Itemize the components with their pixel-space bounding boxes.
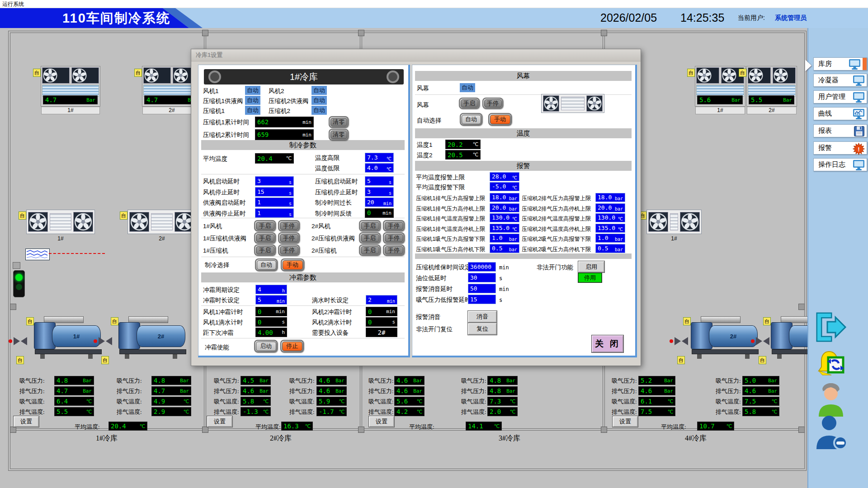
manual-stop-button[interactable]: 手停: [383, 232, 405, 244]
alarm-limit-input[interactable]: 130.0℃: [490, 213, 519, 222]
alarm-limit-input[interactable]: 18.0bar: [595, 193, 625, 202]
sidebar-item-1[interactable]: 库房: [813, 57, 867, 70]
dialog-title-bar[interactable]: 冷库1设置: [191, 49, 641, 61]
delay-input[interactable]: 5s: [365, 176, 394, 186]
evaporator-unit: [127, 210, 196, 234]
room-temp-display: 20.5℃: [445, 150, 481, 160]
manual-stop-button[interactable]: 手停: [278, 232, 300, 244]
delay-input[interactable]: 1s: [255, 208, 294, 218]
manual-start-button[interactable]: 手启: [359, 220, 381, 231]
reset-runtime-button[interactable]: 清零: [329, 116, 349, 128]
delay-input[interactable]: 1s: [255, 197, 294, 207]
cooling-manual-button[interactable]: 手动: [281, 258, 304, 271]
door-enable-button[interactable]: 启用: [578, 261, 604, 272]
window-menu-bar[interactable]: 运行系统: [0, 0, 868, 8]
delay-input[interactable]: 15s: [255, 187, 294, 197]
defrost-set-input[interactable]: 2min: [366, 295, 397, 305]
runtime-label: 压缩机1累计时间: [203, 118, 249, 127]
exit-icon[interactable]: [815, 312, 848, 345]
alarm-limit-input[interactable]: 18.0bar: [490, 193, 519, 202]
fan-icon: [696, 67, 719, 84]
alarm-limit-label: 压缩机1吸气压力高停机下限: [416, 246, 485, 253]
curtain-auto-button[interactable]: 自动: [460, 113, 482, 126]
curtain-manual-button[interactable]: 手动: [488, 113, 512, 126]
manual-stop-button[interactable]: 手停: [383, 220, 405, 231]
room-4-settings-button[interactable]: 设置: [613, 416, 638, 427]
alarm-limit-input[interactable]: 0.5bar: [490, 244, 519, 253]
room-4-gauge-display: 5.8℃: [742, 407, 779, 416]
auto-status-badge: 自动: [311, 86, 327, 95]
manual-stop-button[interactable]: 手停: [278, 244, 300, 256]
fan-icon: [586, 95, 603, 112]
room-3-settings-button[interactable]: 设置: [369, 416, 394, 427]
alarm-limit-label: 压缩机1排气压力高停机上限: [416, 205, 485, 213]
door-reset-button[interactable]: 复位: [468, 323, 497, 335]
pipe-node: [202, 427, 208, 433]
defrost-set-input[interactable]: 5min: [255, 295, 287, 305]
temp-limit-input[interactable]: 7.3℃: [365, 153, 394, 162]
sidebar-item-label: 报警: [818, 144, 832, 152]
room-2-gauge-display: 4.5Bar: [241, 376, 271, 385]
report-disk-icon: [854, 126, 865, 138]
alarm-limit-input[interactable]: 20.0bar: [490, 203, 519, 212]
alarm-limit-input[interactable]: 135.0℃: [595, 224, 625, 233]
manual-stop-button[interactable]: 手停: [278, 220, 300, 231]
sidebar-item-5[interactable]: 报表: [813, 124, 867, 137]
compressor-runtime-display: 659min: [255, 129, 314, 140]
alarm-limit-input[interactable]: -5.0℃: [490, 182, 519, 191]
manual-start-button[interactable]: 手启: [359, 232, 381, 244]
room-3-gauge-display: 4.6Bar: [394, 386, 425, 395]
temp-limit-input[interactable]: 4.0℃: [365, 163, 394, 173]
alarm-limit-input[interactable]: 0.5bar: [595, 244, 625, 253]
maintenance-input[interactable]: 15: [468, 295, 496, 304]
sidebar-item-2[interactable]: 冷凝器: [813, 74, 867, 87]
delay-input[interactable]: 3s: [365, 187, 394, 197]
window-menu-title[interactable]: 运行系统: [2, 1, 24, 7]
manual-start-button[interactable]: 手启: [359, 244, 381, 256]
gauge-label: 吸气压力:: [461, 377, 486, 385]
alarm-limit-input[interactable]: 1.0bar: [595, 234, 625, 243]
curtain-start-button[interactable]: 手启: [459, 98, 480, 109]
manual-stop-button[interactable]: 手停: [383, 244, 405, 256]
curtain-stop-button[interactable]: 手停: [482, 98, 503, 109]
manual-start-button[interactable]: 手启: [254, 244, 276, 256]
pipe-node: [358, 30, 364, 36]
maintenance-input[interactable]: 30: [468, 273, 496, 282]
door-disable-button[interactable]: 停用: [578, 273, 602, 282]
maintenance-input[interactable]: 360000: [468, 262, 496, 272]
delay-input[interactable]: 3s: [255, 176, 294, 186]
close-dialog-button[interactable]: 关 闭: [592, 335, 623, 352]
avg-temp-display: 20.4℃: [255, 153, 294, 164]
sidebar-item-3[interactable]: 用户管理: [813, 90, 867, 103]
alarm-limit-input[interactable]: 28.0℃: [490, 172, 519, 181]
pipe-node: [358, 427, 364, 433]
gauge-label: 排气压力:: [461, 387, 486, 395]
defrost-timer-display: 0min: [255, 307, 287, 316]
manual-start-button[interactable]: 手启: [254, 220, 276, 231]
defrost-start-button[interactable]: 启动: [254, 340, 278, 352]
alarm-refresh-bell-icon[interactable]: [817, 350, 845, 380]
alarm-limit-input[interactable]: 135.0℃: [490, 224, 519, 233]
monitor-icon: [853, 75, 865, 88]
delay-input[interactable]: 20min: [365, 197, 394, 207]
reset-runtime-button[interactable]: 清零: [329, 129, 349, 141]
cooling-auto-button[interactable]: 自动: [255, 258, 278, 271]
alarm-limit-input[interactable]: 1.0bar: [490, 234, 519, 243]
gauge-label: 吸气温度:: [117, 398, 142, 406]
defrost-set-input[interactable]: 4h: [255, 285, 287, 294]
sidebar-item-4[interactable]: 曲线: [813, 107, 867, 120]
alarm-limit-input[interactable]: 130.0℃: [595, 213, 625, 222]
alarm-mute-button[interactable]: 消音: [468, 311, 497, 323]
manual-start-button[interactable]: 手启: [254, 232, 276, 244]
sidebar-item-6[interactable]: 报警!: [813, 141, 867, 155]
room-4-gauge-display: 4.6Bar: [638, 386, 675, 395]
alarm-limit-input[interactable]: 20.0bar: [595, 203, 625, 212]
room-1-settings-button[interactable]: 设置: [14, 416, 39, 427]
defrost-stop-button[interactable]: 停止: [280, 340, 304, 352]
sidebar-item-7[interactable]: 操作日志: [813, 158, 867, 171]
maintenance-input[interactable]: 50: [468, 284, 496, 293]
user-logout-icon[interactable]: [815, 414, 849, 453]
auto-mode-badge: 自: [683, 317, 691, 325]
manual-device-label: 1#风机: [203, 222, 222, 230]
room-2-settings-button[interactable]: 设置: [207, 416, 232, 427]
